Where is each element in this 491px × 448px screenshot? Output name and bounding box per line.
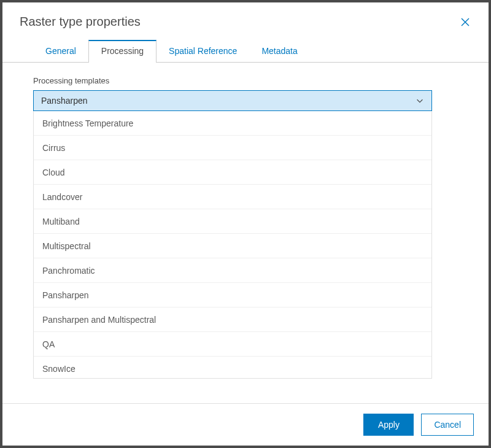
dropdown-option[interactable]: Pansharpen — [34, 283, 431, 307]
dropdown-option[interactable]: Cirrus — [34, 136, 431, 160]
content-area: Processing templates Pansharpen Brightne… — [2, 63, 489, 403]
dropdown-option[interactable]: Multiband — [34, 209, 431, 234]
content-scroll[interactable]: Processing templates Pansharpen Brightne… — [2, 63, 489, 403]
processing-templates-select[interactable]: Pansharpen — [33, 90, 432, 111]
dropdown-option[interactable]: Pansharpen and Multispectral — [34, 307, 431, 332]
dialog-header: Raster type properties — [2, 2, 489, 40]
tab-spatial-reference[interactable]: Spatial Reference — [157, 40, 249, 62]
processing-templates-dropdown[interactable]: Brightness Temperature Cirrus Cloud Land… — [33, 111, 432, 379]
dialog-title: Raster type properties — [20, 15, 141, 29]
tab-metadata[interactable]: Metadata — [249, 40, 309, 62]
dropdown-option[interactable]: Brightness Temperature — [34, 111, 431, 136]
tabs-row: General Processing Spatial Reference Met… — [2, 40, 489, 63]
dropdown-option[interactable]: Multispectral — [34, 234, 431, 258]
tab-processing[interactable]: Processing — [88, 40, 157, 63]
close-button[interactable] — [459, 16, 471, 28]
cancel-button[interactable]: Cancel — [421, 414, 474, 436]
dropdown-option[interactable]: Panchromatic — [34, 258, 431, 283]
processing-templates-label: Processing templates — [33, 76, 484, 85]
chevron-down-icon — [416, 96, 424, 105]
apply-button[interactable]: Apply — [363, 414, 414, 436]
dropdown-option[interactable]: Cloud — [34, 160, 431, 185]
dropdown-option[interactable]: Landcover — [34, 185, 431, 209]
tab-general[interactable]: General — [33, 40, 88, 62]
dropdown-option[interactable]: QA — [34, 332, 431, 357]
dropdown-option[interactable]: SnowIce — [34, 357, 431, 379]
content-spacer — [33, 379, 484, 403]
close-icon — [460, 17, 470, 27]
raster-type-properties-dialog: Raster type properties General Processin… — [2, 2, 489, 446]
select-value: Pansharpen — [41, 96, 88, 106]
dialog-footer: Apply Cancel — [2, 403, 489, 446]
